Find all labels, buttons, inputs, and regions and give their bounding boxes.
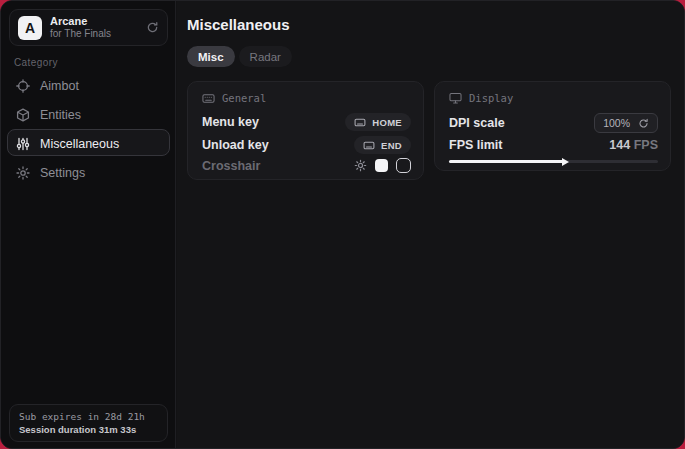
app-window: A Arcane for The Finals Category Aimbot [0,0,685,449]
dpi-scale-control[interactable]: 100% [594,113,658,133]
fps-limit-label: FPS limit [449,138,502,152]
dpi-scale-row: DPI scale 100% [449,113,658,133]
fps-limit-slider[interactable] [449,157,658,166]
sidebar-item-aimbot[interactable]: Aimbot [1,71,176,100]
sync-icon[interactable] [146,21,159,34]
monitor-icon [449,92,462,104]
app-header: A Arcane for The Finals [9,9,168,46]
sliders-icon [16,137,30,151]
unload-key-label: Unload key [202,138,269,152]
menu-key-button[interactable]: HOME [345,113,411,131]
main-content: Miscellaneous Misc Radar General Menu ke… [177,1,684,448]
slider-track[interactable] [449,160,658,163]
crosshair-label: Crosshair [202,159,260,173]
unload-key-row: Unload key END [202,136,411,154]
general-card-title: General [222,92,266,104]
fps-limit-row: FPS limit 144 FPS [449,138,658,152]
sidebar-item-settings[interactable]: Settings [1,158,176,187]
keyboard-icon [363,141,375,150]
app-name: Arcane [50,15,138,28]
keyboard-icon [354,118,366,127]
sidebar-item-entities[interactable]: Entities [1,100,176,129]
sidebar-item-label: Entities [40,108,81,122]
sidebar-item-miscellaneous[interactable]: Miscellaneous [1,129,176,158]
dpi-scale-value: 100% [603,117,630,129]
crosshair-color-swatch[interactable] [375,159,388,172]
display-card-title: Display [469,92,513,104]
general-card: General Menu key HOME Unload key [187,81,424,180]
crosshair-icon [16,79,30,93]
slider-thumb[interactable] [562,158,569,166]
page-title: Miscellaneous [187,16,290,33]
subscription-info: Sub expires in 28d 21h Session duration … [9,404,168,442]
fps-limit-value: 144 FPS [609,138,658,152]
sub-expires-text: Sub expires in 28d 21h [19,411,158,422]
menu-key-label: Menu key [202,115,259,129]
slider-fill [449,160,564,163]
entities-icon [16,108,30,122]
sidebar-item-label: Settings [40,166,85,180]
sidebar-item-label: Miscellaneous [40,137,119,151]
session-duration-text: Session duration 31m 33s [19,424,158,435]
gear-icon [16,166,30,180]
app-subtitle: for The Finals [50,28,138,40]
crosshair-row: Crosshair [202,158,411,173]
app-logo: A [18,16,42,40]
refresh-icon[interactable] [638,118,649,129]
category-label: Category [14,57,58,68]
tab-bar: Misc Radar [187,46,292,67]
keyboard-icon [202,93,215,104]
display-card: Display DPI scale 100% FPS limit 144 FPS [434,81,671,171]
tab-misc[interactable]: Misc [187,46,235,67]
sidebar-nav: Aimbot Entities Miscellaneous [1,71,176,187]
sidebar: A Arcane for The Finals Category Aimbot [1,1,176,448]
menu-key-row: Menu key HOME [202,113,411,131]
unload-key-button[interactable]: END [354,136,411,154]
crosshair-settings-gear-icon[interactable] [354,159,367,172]
crosshair-checkbox[interactable] [396,158,411,173]
sidebar-item-label: Aimbot [40,79,79,93]
tab-radar[interactable]: Radar [239,46,292,67]
dpi-scale-label: DPI scale [449,116,505,130]
